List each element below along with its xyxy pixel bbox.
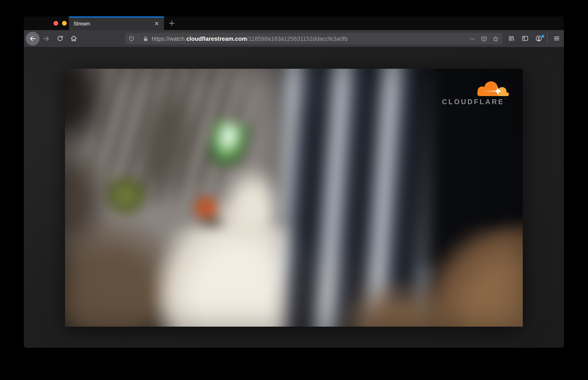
minimize-window-button[interactable] — [62, 21, 67, 26]
browser-window: Stream — [24, 17, 564, 348]
close-window-button[interactable] — [53, 21, 58, 26]
cloudflare-wordmark: CLOUDFLARE’ — [442, 98, 505, 106]
tab-title: Stream — [73, 21, 90, 27]
forward-button[interactable] — [42, 35, 50, 42]
sidebar-toggle-icon[interactable] — [521, 35, 529, 42]
desktop-background: Stream — [0, 0, 588, 380]
trademark-mark: ’ — [505, 98, 505, 101]
url-scheme-host: https://watch. — [152, 36, 186, 42]
menu-hamburger-icon[interactable] — [553, 35, 561, 42]
account-notification-badge — [541, 35, 544, 38]
toolbar-divider — [547, 32, 548, 45]
lock-icon[interactable] — [142, 36, 149, 42]
video-player[interactable]: CLOUDFLARE’ — [65, 69, 523, 327]
navigation-toolbar: https://watch.cloudflarestream.com/11859… — [24, 30, 564, 47]
url-path: /118598a163a125631152ddaccfe3a0fb — [247, 36, 348, 42]
url-text: https://watch.cloudflarestream.com/11859… — [152, 36, 348, 42]
video-vignette — [65, 69, 523, 327]
reload-button[interactable] — [56, 35, 64, 42]
tab-bar: Stream — [24, 17, 564, 30]
tracking-protection-shield-icon[interactable] — [128, 36, 135, 42]
url-bar-divider — [138, 34, 139, 43]
pocket-icon[interactable] — [481, 36, 487, 42]
cloudflare-cloud-icon — [476, 81, 509, 96]
library-icon[interactable] — [508, 35, 516, 42]
tab-stream[interactable]: Stream — [69, 17, 164, 30]
cloudflare-watermark: CLOUDFLARE’ — [442, 81, 510, 106]
page-content: CLOUDFLARE’ — [24, 47, 564, 348]
back-button[interactable] — [26, 32, 40, 46]
tab-close-icon[interactable] — [154, 21, 159, 26]
active-tab-indicator — [69, 17, 164, 18]
new-tab-button[interactable] — [168, 20, 175, 27]
back-icon — [29, 35, 36, 42]
url-domain: cloudflarestream.com — [186, 36, 247, 42]
page-actions-icon[interactable] — [469, 36, 475, 42]
home-button[interactable] — [70, 35, 78, 42]
bookmark-star-icon[interactable] — [492, 36, 499, 42]
url-bar[interactable]: https://watch.cloudflarestream.com/11859… — [125, 33, 502, 45]
